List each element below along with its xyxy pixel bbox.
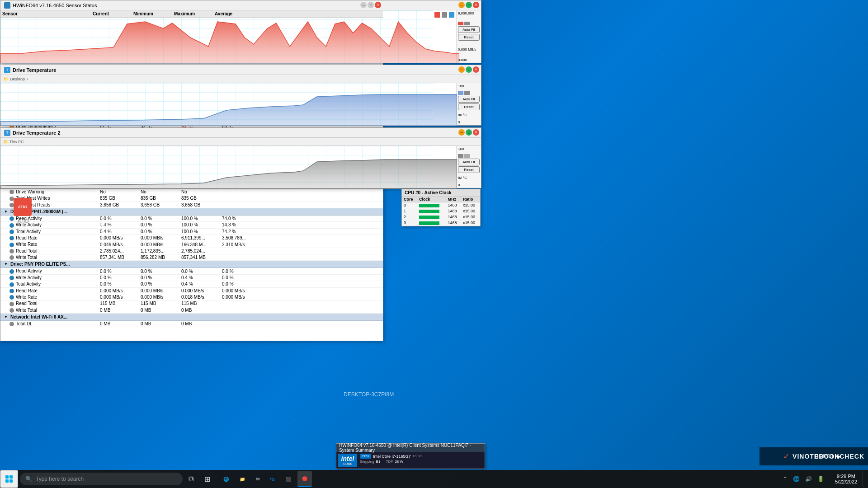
tdp-val: 28 W: [395, 460, 403, 464]
drive-temp2-titlebar[interactable]: T Drive Temperature 2 ─ □ ✕: [0, 128, 481, 138]
row-read-total: Read Total 2,785,024...1,172,835...2,785…: [0, 248, 383, 254]
cpu-clock-col-ratio: Ratio: [461, 197, 480, 202]
tray-network-icon[interactable]: 🌐: [791, 474, 802, 484]
chart-max-value: 8,000,000: [458, 11, 480, 15]
row-read-rate: Read Rate 0.000 MB/s0.000 MB/s6,911,399.…: [0, 235, 383, 241]
hwinfo-titlebar[interactable]: HWiNFO64 v7.16-4650 Sensor Status ─ □ ✕: [0, 0, 383, 10]
read-rate-close[interactable]: ✕: [473, 2, 479, 8]
row-pny-total-activity: Total Activity 0.0 %0.0 %0.4 %0.0 %: [0, 281, 383, 287]
drive-temp-autofit[interactable]: Auto Fit: [458, 96, 480, 103]
show-desktop-button[interactable]: [863, 471, 868, 487]
section-drive-shpp41[interactable]: ▼ Drive: SHPP41-2000GM (...: [0, 208, 383, 216]
taskbar-app-explorer[interactable]: 📁: [235, 471, 250, 487]
taskbar: 🔍 Type here to search ⧉ ⊞ 🌐 📁 ✉ 🛍: [0, 470, 868, 488]
task-view-button[interactable]: ⧉: [183, 471, 199, 487]
intel-logo: intel CORE: [338, 454, 357, 467]
tray-battery-icon[interactable]: 🔋: [816, 474, 826, 484]
section-network[interactable]: ▼ Network: Intel Wi-Fi 6 AX...: [0, 314, 383, 321]
cpu-stepping-row: Stepping B1 TDP 28 W: [360, 460, 483, 464]
windows-logo-icon: [5, 475, 13, 483]
chart-axis: 8,000,000 Auto Fit Reset 0.000 MB/s 0.00…: [456, 10, 481, 63]
drive-temp2-close[interactable]: ✕: [473, 129, 479, 136]
taskbar-app-edge[interactable]: 🌐: [219, 471, 233, 487]
tray-arrow-icon[interactable]: ⌃: [781, 474, 789, 484]
drive-temp2-controls: ─ □ ✕: [458, 129, 479, 136]
drive-temp-reset[interactable]: Reset: [458, 103, 480, 110]
read-rate-minimize[interactable]: ─: [458, 2, 465, 8]
col-current: Current: [93, 11, 133, 16]
reset-button[interactable]: Reset: [458, 34, 480, 41]
drive-temp2-icon: T: [4, 130, 10, 136]
hwinfo-controls: ─ □ ✕: [360, 2, 381, 8]
items-count: 2 items: [88, 221, 106, 228]
taskbar-app-mail[interactable]: ✉: [251, 471, 264, 487]
drive-temp2-window: T Drive Temperature 2 ─ □ ✕ 📁 This PC: [0, 127, 481, 188]
drive-temp2-reset[interactable]: Reset: [458, 166, 480, 173]
read-rate-chart-area: 8,000,000 Auto Fit Reset 0.000 MB/s 0.00…: [0, 10, 481, 63]
row-pny-write-rate: Write Rate 0.000 MB/s0.000 MB/s0.018 MB/…: [0, 294, 383, 300]
drive-temp-max: 100: [458, 84, 480, 88]
taskbar-app-cmd[interactable]: ⬛: [281, 471, 296, 487]
clock-date: 5/22/2022: [835, 479, 857, 484]
hwinfo-minimize[interactable]: ─: [360, 2, 367, 8]
drive-temp2-chart-area: 100 Auto Fit Reset 82 °C 0: [0, 146, 481, 188]
drive-temp-maximize[interactable]: □: [466, 66, 472, 73]
row-write-rate: Write Rate 0.046 MB/s0.000 MB/s166.348 M…: [0, 241, 383, 248]
search-placeholder: Type here to search: [36, 476, 84, 482]
row-pny-host-reads: Total Host Reads 3,658 GB3,658 GB3,658 G…: [0, 202, 383, 208]
row-pny-read-activity: Read Activity 0.0 %0.0 %0.0 %0.0 %: [0, 268, 383, 274]
taskbar-app-hwinfo[interactable]: 🔴: [297, 471, 312, 487]
cpu-clock-row-0: 0 1468 x15.00: [402, 202, 480, 208]
network-expand: ▼: [4, 315, 9, 319]
read-rate-svg: [0, 10, 459, 63]
row-pny-host-writes: Total Host Writes 835 GB835 GB835 GB: [0, 195, 383, 202]
row-total-activity: Total Activity 0.4 %0.0 %100.0 %74.2 %: [0, 229, 383, 235]
widgets-button[interactable]: ⊞: [199, 471, 215, 487]
watermark-checkmark-icon: ✓: [783, 451, 790, 461]
chart-color-blue: [449, 12, 454, 18]
row-read-activity: Read Activity 0.0 %0.0 %100.0 %74.0 %: [0, 216, 383, 222]
watermark-time: 0:08:03: [815, 453, 833, 460]
taskbar-app-store[interactable]: 🛍: [266, 471, 279, 487]
taskbar-search-box[interactable]: 🔍 Type here to search: [20, 473, 183, 485]
watermark-play-icon: ▶: [837, 453, 841, 460]
col-average: Average: [215, 11, 255, 16]
hwinfo-maximize[interactable]: □: [368, 2, 374, 8]
hwinfo-close[interactable]: ✕: [375, 2, 381, 8]
drive-temp-breadcrumb: 📁Desktop ›: [0, 75, 481, 83]
drive-temp2-minimize[interactable]: ─: [458, 129, 465, 136]
desktop-icon-atio[interactable]: ATIO ATIO: [5, 198, 41, 223]
drive-temp2-maximize[interactable]: □: [466, 129, 472, 136]
drive-temp2-autofit[interactable]: Auto Fit: [458, 159, 480, 165]
search-icon: 🔍: [25, 476, 32, 482]
sys-summary-titlebar: HWiNFO64 v7.16-4650 @ Intel(R) Client Sy…: [336, 444, 485, 452]
hwinfo-title-icon: [4, 2, 10, 9]
svg-marker-5: [0, 94, 457, 126]
network-label: Network: Intel Wi-Fi 6 AX...: [10, 314, 67, 319]
drive-temp-close[interactable]: ✕: [473, 66, 479, 73]
read-rate-maximize[interactable]: □: [466, 2, 472, 8]
cpu-clock-row-1: 1 1468 x15.00: [402, 208, 480, 214]
drive-temp-titlebar[interactable]: T Drive Temperature ─ □ ✕: [0, 65, 481, 75]
taskbar-clock[interactable]: 9:29 PM 5/22/2022: [830, 474, 863, 484]
tray-volume-icon[interactable]: 🔊: [803, 474, 814, 484]
row-pny-warning: Drive Warning NoNoNo: [0, 189, 383, 195]
cpu-clock-row-2: 2 1468 x15.00: [402, 214, 480, 220]
drive-temp-svg: [0, 83, 457, 126]
drive-temp-chart-area: 100 Auto Fit Reset 80 °C 0: [0, 83, 481, 125]
drive-pny-expand: ▼: [4, 262, 9, 266]
auto-fit-button[interactable]: Auto Fit: [458, 26, 480, 33]
drive-temp-minimize[interactable]: ─: [458, 66, 465, 73]
desktop: AS asssd1 CDM cdm5 CDM cdm8 ATIO ATIO R …: [0, 0, 868, 488]
row-pny-write-total: Write Total 0 MB0 MB0 MB: [0, 307, 383, 314]
tdp-label: TDP: [386, 460, 393, 464]
mail-icon: ✉: [256, 477, 259, 482]
start-button[interactable]: [0, 470, 18, 488]
chart-bot-value: 0.000: [458, 58, 480, 62]
hwinfo-header: Sensor Current Minimum Maximum Average: [0, 10, 383, 18]
sys-summary-window: HWiNFO64 v7.16-4650 @ Intel(R) Client Sy…: [336, 443, 485, 469]
col-sensor: Sensor: [2, 11, 93, 16]
cpu-clock-col-mhz: MHz: [446, 197, 462, 202]
section-drive-pny[interactable]: ▼ Drive: PNY PRO ELITE PS...: [0, 261, 383, 268]
col-minimum: Minimum: [133, 11, 174, 16]
